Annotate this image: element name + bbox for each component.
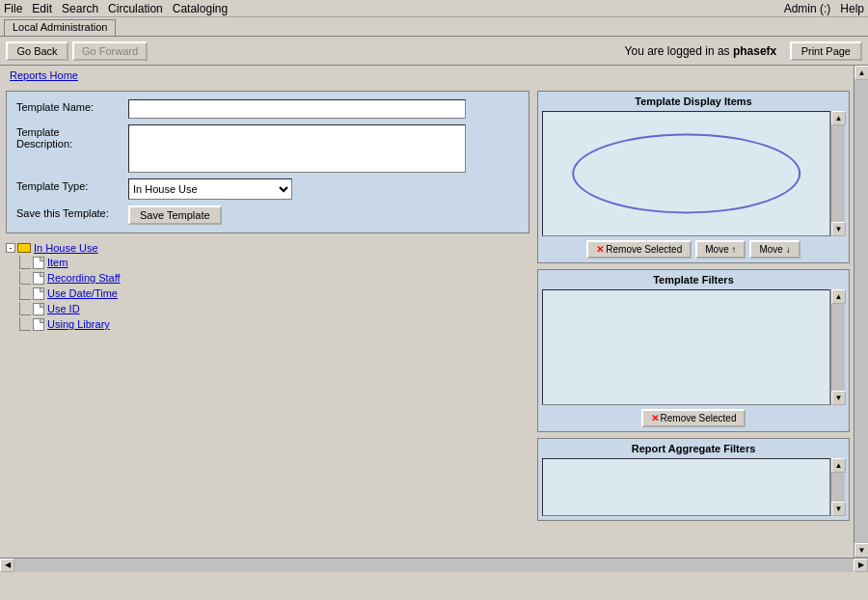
main-scroll-up[interactable]: ▲ [854,66,868,80]
toolbar-left: Go Back Go Forward [6,41,148,61]
scroll-up-btn[interactable]: ▲ [831,111,846,125]
tree-recording-staff-link[interactable]: Recording Staff [47,272,121,284]
tree-item-use-id[interactable]: Use ID [19,301,529,316]
aggregate-scroll-up[interactable]: ▲ [831,458,846,473]
reports-home-link[interactable]: Reports Home [10,69,78,81]
template-type-row: Template Type: In House Use Item Patron … [16,178,519,200]
menu-circulation[interactable]: Circulation [108,2,163,15]
username: phasefx [733,44,776,58]
tree-line-icon [19,271,31,285]
menu-bar-right: Admin (:) Help [784,2,864,15]
tree-root-item[interactable]: - In House Use [6,241,529,255]
tree-use-datetime-link[interactable]: Use Date/Time [47,287,118,299]
menu-bar-left: File Edit Search Circulation Cataloging [4,2,228,15]
main-scroll-track [854,80,868,543]
content-row: Template Name: Template Description: Tem… [0,85,854,558]
menu-cataloging[interactable]: Cataloging [173,2,228,15]
menu-search[interactable]: Search [62,2,98,15]
filters-buttons: ✕ Remove Selected [542,409,845,427]
tree-line-icon [19,317,31,331]
left-panel: Template Name: Template Description: Tem… [0,85,535,558]
template-display-items-title: Template Display Items [542,95,845,107]
breadcrumb: Reports Home [0,66,854,85]
help-label[interactable]: Help [840,2,864,15]
folder-icon [17,243,31,253]
move-down-button[interactable]: Move ↓ [749,240,800,259]
tree-item-link[interactable]: Item [47,257,68,268]
aggregate-scroll-down[interactable]: ▼ [831,502,846,516]
tree-use-id-link[interactable]: Use ID [47,303,80,314]
remove-selected-button[interactable]: ✕ Remove Selected [586,240,692,259]
content-area: Reports Home Template Name: Template Des… [0,66,854,558]
tab-local-admin[interactable]: Local Administration [4,19,116,36]
filters-scroll-track [831,304,845,391]
template-name-row: Template Name: [16,99,519,119]
save-template-label: Save this Template: [16,205,122,219]
main-scroll-down[interactable]: ▼ [854,543,868,558]
page-icon [33,318,44,331]
filters-scroll-up[interactable]: ▲ [831,289,846,304]
content-with-scrollbar: Reports Home Template Name: Template Des… [0,66,868,558]
right-panel: Template Display Items ▲ [535,85,854,558]
page-icon [33,287,44,300]
display-items-listbox[interactable] [542,111,830,236]
page-icon [33,272,44,285]
aggregate-filters-section: Report Aggregate Filters ▲ ▼ [537,438,850,521]
template-desc-row: Template Description: [16,124,519,173]
aggregate-filters-title: Report Aggregate Filters [542,443,845,454]
remove-selected-label: Remove Selected [606,244,682,255]
template-type-select-wrap: In House Use Item Patron Circulation [128,178,292,200]
filters-remove-selected-button[interactable]: ✕ Remove Selected [641,409,746,427]
template-type-label: Template Type: [16,178,122,192]
logged-in-text: You are logged in as [625,44,733,58]
template-display-items-section: Template Display Items ▲ [537,91,850,263]
menu-file[interactable]: File [4,2,22,15]
bottom-scrollbar: ◀ ▶ [0,558,868,571]
tab-bar: Local Administration [0,17,868,37]
tree-in-house-use-link[interactable]: In House Use [34,242,98,254]
scroll-left-btn[interactable]: ◀ [0,559,14,572]
logged-in-area: You are logged in as phasefx Print Page [625,41,862,61]
aggregate-scrollbar: ▲ ▼ [830,458,845,516]
oval-highlight [572,133,801,213]
scroll-track-h [14,559,854,572]
display-items-listbox-container: ▲ ▼ [542,111,845,236]
scroll-down-btn[interactable]: ▼ [831,222,846,236]
template-type-select[interactable]: In House Use Item Patron Circulation [128,178,292,200]
page-icon [33,303,44,315]
go-forward-button[interactable]: Go Forward [72,41,148,61]
menu-edit[interactable]: Edit [32,2,52,15]
tree-using-library-link[interactable]: Using Library [47,318,110,330]
save-template-button[interactable]: Save Template [128,205,222,225]
toolbar: Go Back Go Forward You are logged in as … [0,37,868,66]
filters-scrollbar: ▲ ▼ [830,289,845,405]
template-filters-title: Template Filters [542,274,845,286]
save-template-row: Save this Template: Save Template [16,205,519,225]
move-up-button[interactable]: Move ↑ [695,240,746,259]
display-items-listbox-inner [543,112,829,235]
tree-item-use-datetime[interactable]: Use Date/Time [19,286,529,301]
print-page-button[interactable]: Print Page [790,41,862,61]
template-filters-section: Template Filters ▲ ▼ [537,269,850,432]
filters-scroll-down[interactable]: ▼ [831,391,846,405]
expand-icon[interactable]: - [6,243,15,253]
filters-listbox[interactable] [542,289,830,405]
tree-item-using-library[interactable]: Using Library [19,316,529,332]
aggregate-scroll-track [831,473,845,502]
aggregate-listbox[interactable] [542,458,830,516]
display-items-scrollbar: ▲ ▼ [830,111,845,236]
page-icon [33,257,44,269]
tree-line-icon [19,286,31,300]
template-name-input[interactable] [128,99,466,119]
filters-remove-selected-label: Remove Selected [661,413,737,423]
go-back-button[interactable]: Go Back [6,41,68,61]
menu-bar: File Edit Search Circulation Cataloging … [0,0,868,17]
scroll-right-btn[interactable]: ▶ [854,559,868,572]
template-desc-input[interactable] [128,124,466,173]
display-items-buttons: ✕ Remove Selected Move ↑ Move ↓ [542,240,845,259]
tree-line-icon [19,256,31,269]
main-scrollbar: ▲ ▼ [854,66,868,558]
filters-remove-x-icon: ✕ [651,413,659,423]
tree-item-recording-staff[interactable]: Recording Staff [19,270,529,286]
tree-item-item[interactable]: Item [19,255,529,270]
